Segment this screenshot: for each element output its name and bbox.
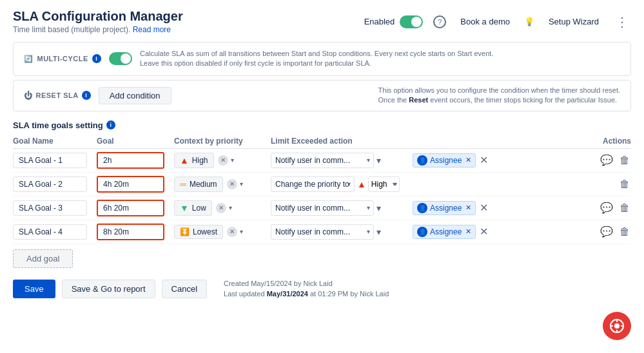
- delete-action-3[interactable]: 🗑: [618, 201, 631, 215]
- save-button[interactable]: Save: [13, 280, 55, 298]
- priority-chevron-2[interactable]: ▾: [240, 180, 243, 187]
- enabled-toggle[interactable]: [400, 15, 423, 28]
- footer: Save Save & Go to report Cancel Created …: [13, 278, 631, 300]
- save-go-report-button[interactable]: Save & Go to report: [62, 280, 155, 298]
- user-icon-1: 👤: [417, 155, 427, 166]
- goal-time-input-2[interactable]: [97, 176, 164, 193]
- clear-assignee-1[interactable]: ✕: [478, 154, 489, 166]
- read-more-link[interactable]: Read more: [133, 25, 171, 34]
- priority-label-1: High: [192, 156, 208, 165]
- priority-badge-4[interactable]: ⏬ Lowest: [174, 225, 223, 239]
- remove-assignee-1[interactable]: ✕: [465, 156, 471, 164]
- delete-action-4[interactable]: 🗑: [618, 225, 631, 239]
- assignee-cell-3: 👤 Assignee ✕ ✕: [413, 201, 525, 215]
- change-to-select-2[interactable]: High: [368, 176, 400, 192]
- subtitle-text: Time limit based (multiple project).: [13, 25, 130, 34]
- goals-info[interactable]: i: [106, 120, 115, 129]
- footer-info: Created May/15/2024 by Nick Laid Last up…: [224, 278, 389, 300]
- delete-action-2[interactable]: 🗑: [618, 177, 631, 191]
- goals-section: SLA time goals setting i Goal Name Goal …: [13, 120, 631, 268]
- clear-assignee-4[interactable]: ✕: [478, 225, 489, 238]
- comment-action-3[interactable]: 💬: [599, 200, 614, 215]
- limit-cell-1: Notify user in comm... ▾: [271, 153, 413, 168]
- header-right: Enabled ? Book a demo 💡 Setup Wizard ⋮: [364, 12, 631, 32]
- limit-cell-4: Notify user in comm... ▾: [271, 224, 413, 240]
- book-demo-button[interactable]: Book a demo: [456, 14, 514, 29]
- reset-sla-info[interactable]: i: [82, 91, 91, 100]
- multi-cycle-info[interactable]: i: [92, 54, 101, 63]
- goal-name-input-4[interactable]: [13, 224, 87, 240]
- priority-badge-1[interactable]: ▲ High: [174, 153, 214, 168]
- priority-cell-3: ▼ Low ✕ ▾: [174, 200, 271, 216]
- multi-cycle-bar: 🔄 MULTI-CYCLE i Calculate SLA as sum of …: [13, 42, 631, 76]
- reset-sla-text: RESET SLA: [36, 91, 79, 99]
- change-to-wrap-2: ▲ High ▾: [357, 176, 400, 192]
- limit-chevron-4[interactable]: ▾: [376, 227, 381, 237]
- remove-assignee-3[interactable]: ✕: [465, 204, 471, 212]
- setup-wizard-button[interactable]: Setup Wizard: [545, 14, 603, 29]
- priority-badge-2[interactable]: ═ Medium: [174, 176, 223, 192]
- goal-time-input-3[interactable]: [97, 200, 164, 216]
- assignee-cell-1: 👤 Assignee ✕ ✕: [413, 153, 525, 167]
- limit-chevron-1[interactable]: ▾: [376, 155, 381, 166]
- priority-badge-3[interactable]: ▼ Low: [174, 200, 212, 216]
- svg-point-1: [614, 323, 620, 329]
- actions-cell-3: 💬 🗑: [525, 200, 631, 215]
- low-arrow-icon-3: ▼: [180, 203, 189, 213]
- created-info: Created May/15/2024 by Nick Laid: [224, 278, 389, 289]
- assignee-label-1: Assignee: [430, 156, 462, 165]
- reset-sla-desc: This option allows you to configure the …: [378, 86, 620, 106]
- help-circle-button[interactable]: [603, 312, 631, 340]
- comment-action-4[interactable]: 💬: [599, 224, 614, 239]
- priority-label-4: Lowest: [193, 227, 217, 236]
- delete-action-1[interactable]: 🗑: [618, 153, 631, 167]
- multi-cycle-toggle[interactable]: [109, 52, 132, 65]
- goal-name-input-2[interactable]: [13, 176, 87, 192]
- limit-select-1[interactable]: Notify user in comm...: [271, 153, 374, 168]
- priority-chevron-4[interactable]: ▾: [240, 228, 243, 235]
- remove-assignee-4[interactable]: ✕: [465, 227, 471, 236]
- actions-cell-4: 💬 🗑: [525, 224, 631, 239]
- goal-name-input-1[interactable]: [13, 153, 87, 168]
- limit-select-2[interactable]: Change the priority to: [271, 176, 355, 192]
- priority-clear-4[interactable]: ✕: [227, 227, 237, 237]
- priority-chevron-1[interactable]: ▾: [231, 157, 234, 164]
- multi-cycle-desc-line1: Calculate SLA as sum of all transitions …: [140, 50, 493, 57]
- cancel-button[interactable]: Cancel: [162, 280, 207, 298]
- goal-time-cell-3: [97, 200, 174, 216]
- help-icon[interactable]: ?: [433, 15, 446, 28]
- assignee-tag-1: 👤 Assignee ✕: [413, 153, 476, 167]
- reset-sla-label: ⏻ RESET SLA i: [24, 91, 91, 100]
- clear-assignee-3[interactable]: ✕: [478, 202, 489, 214]
- assignee-label-4: Assignee: [430, 227, 462, 236]
- priority-clear-1[interactable]: ✕: [218, 155, 228, 166]
- power-icon: ⏻: [24, 91, 33, 100]
- add-goal-button[interactable]: Add goal: [13, 249, 73, 268]
- priority-clear-3[interactable]: ✕: [216, 203, 226, 213]
- subtitle: Time limit based (multiple project). Rea…: [13, 25, 183, 34]
- goal-time-cell-4: [97, 224, 174, 240]
- multi-cycle-desc-line2: Leave this option disabled if only first…: [140, 59, 371, 67]
- limit-select-wrap-4: Notify user in comm...: [271, 224, 374, 240]
- page-title: SLA Configuration Manager: [13, 9, 183, 24]
- bulb-icon: 💡: [524, 17, 534, 26]
- reset-sla-bar: ⏻ RESET SLA i Add condition This option …: [13, 80, 631, 111]
- goal-name-input-3[interactable]: [13, 200, 87, 216]
- limit-chevron-3[interactable]: ▾: [376, 203, 381, 213]
- assignee-label-3: Assignee: [430, 204, 462, 213]
- goals-title: SLA time goals setting i: [13, 120, 631, 130]
- goal-name-cell-3: [13, 200, 97, 216]
- actions-cell-2: 🗑: [525, 177, 631, 191]
- actions-cell-1: 💬 🗑: [525, 153, 631, 167]
- add-condition-button[interactable]: Add condition: [99, 87, 171, 104]
- priority-cell-1: ▲ High ✕ ▾: [174, 153, 271, 168]
- limit-select-4[interactable]: Notify user in comm...: [271, 224, 374, 240]
- priority-clear-2[interactable]: ✕: [227, 179, 237, 189]
- limit-select-3[interactable]: Notify user in comm...: [271, 200, 374, 216]
- comment-action-1[interactable]: 💬: [599, 153, 614, 167]
- goal-time-input-4[interactable]: [97, 224, 164, 240]
- priority-chevron-3[interactable]: ▾: [229, 204, 232, 211]
- goal-time-input-1[interactable]: [97, 152, 164, 169]
- more-options-button[interactable]: ⋮: [613, 12, 631, 32]
- goals-table: Goal Name Goal Context by priority Limit…: [13, 137, 631, 244]
